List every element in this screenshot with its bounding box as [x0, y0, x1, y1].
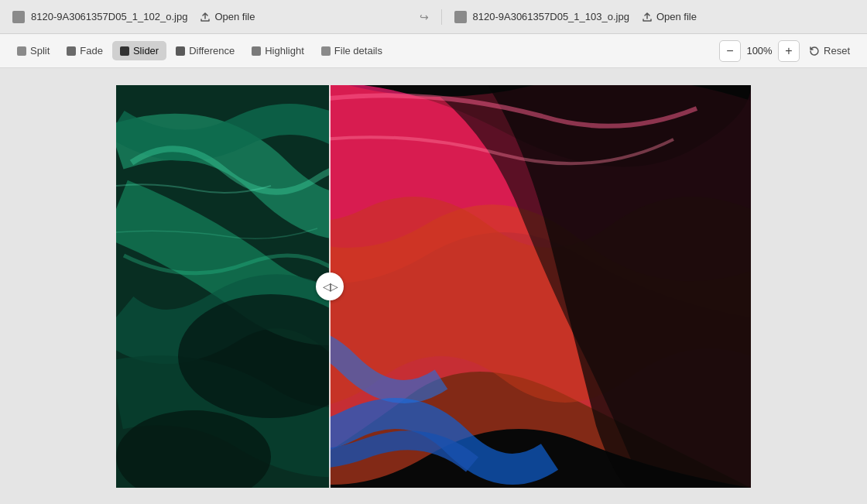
zoom-value: 100%	[744, 45, 775, 57]
file1-section: 8120-9A3061357D05_1_102_o.jpg Open file	[12, 8, 413, 26]
split-icon	[17, 46, 26, 56]
slider-handle-circle[interactable]: ◁▷	[316, 273, 344, 300]
comparison-container[interactable]: ◁▷	[116, 85, 751, 488]
slider-divider[interactable]: ◁▷	[329, 85, 331, 488]
file2-name: 8120-9A3061357D05_1_103_o.jpg	[473, 11, 629, 22]
right-image-svg	[329, 85, 751, 488]
file2-icon	[454, 11, 467, 23]
difference-label: Difference	[189, 45, 235, 57]
right-image-panel	[329, 85, 751, 488]
upload-icon	[200, 12, 211, 22]
difference-tool-button[interactable]: Difference	[168, 41, 242, 60]
fade-tool-button[interactable]: Fade	[59, 41, 111, 60]
slider-tool-button[interactable]: Slider	[112, 41, 166, 60]
upload2-icon	[642, 12, 653, 22]
difference-icon	[176, 46, 185, 56]
title-divider	[441, 9, 442, 25]
left-image-svg	[116, 85, 329, 488]
reset-icon	[809, 46, 820, 57]
split-tool-button[interactable]: Split	[9, 41, 57, 60]
fade-icon	[67, 46, 76, 56]
file1-icon	[12, 11, 25, 23]
slider-label: Slider	[133, 45, 159, 57]
split-label: Split	[30, 45, 50, 57]
slider-icon	[120, 46, 129, 56]
title-bar: 8120-9A3061357D05_1_102_o.jpg Open file …	[0, 0, 867, 34]
separator-arrow: ↪	[420, 11, 429, 23]
file-details-tool-button[interactable]: File details	[314, 41, 390, 60]
left-image-panel	[116, 85, 329, 488]
image-area: ◁▷	[0, 68, 867, 504]
file-details-icon	[321, 46, 331, 56]
open-file2-button[interactable]: Open file	[636, 8, 703, 26]
highlight-label: Highlight	[265, 45, 304, 57]
zoom-out-button[interactable]: −	[719, 40, 741, 62]
slider-arrows-icon: ◁▷	[323, 280, 337, 293]
reset-button[interactable]: Reset	[801, 41, 858, 60]
zoom-in-button[interactable]: +	[778, 40, 800, 62]
toolbar: Split Fade Slider Difference Highlight F…	[0, 34, 867, 68]
zoom-controls: − 100% +	[719, 40, 800, 62]
file-details-label: File details	[334, 45, 382, 57]
file1-name: 8120-9A3061357D05_1_102_o.jpg	[31, 11, 187, 22]
open-file1-button[interactable]: Open file	[194, 8, 261, 26]
file2-section: 8120-9A3061357D05_1_103_o.jpg Open file	[454, 8, 855, 26]
highlight-icon	[252, 46, 261, 56]
fade-label: Fade	[80, 45, 103, 57]
highlight-tool-button[interactable]: Highlight	[244, 41, 312, 60]
